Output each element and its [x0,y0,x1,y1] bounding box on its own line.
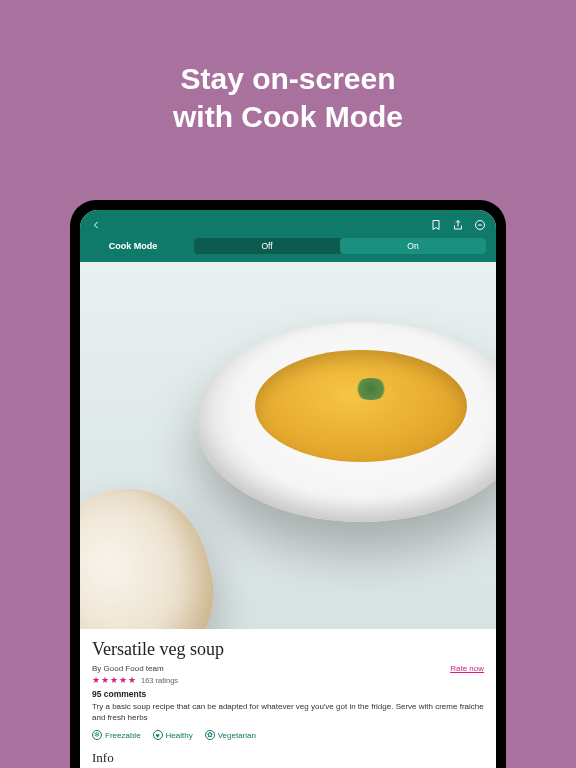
recipe-hero-image [80,262,496,629]
app-screen: Cook Mode Off On Versatile veg soup By G… [80,210,496,768]
rating-row[interactable]: ★★★★★ 163 ratings [92,675,484,685]
bookmark-icon[interactable] [430,217,442,229]
comments-link[interactable]: 95 comments [92,689,484,699]
tag-freezable: ❄ Freezable [92,730,141,740]
recipe-card: Versatile veg soup By Good Food team Rat… [80,629,496,768]
toggle-off[interactable]: Off [194,238,340,254]
healthy-icon: ♥ [153,730,163,740]
toggle-on[interactable]: On [340,238,486,254]
recipe-tags: ❄ Freezable ♥ Healthy ✿ Vegetarian [92,730,484,740]
back-icon[interactable] [90,217,102,229]
recipe-byline: By Good Food team [92,664,164,673]
top-toolbar [80,210,496,236]
rating-count: 163 ratings [141,676,178,685]
cook-mode-toggle[interactable]: Off On [194,238,486,254]
info-heading: Info [92,750,484,766]
vegetarian-icon: ✿ [205,730,215,740]
star-icons: ★★★★★ [92,675,137,685]
tablet-frame: Cook Mode Off On Versatile veg soup By G… [70,200,506,768]
cook-mode-label: Cook Mode [90,241,176,251]
tag-vegetarian: ✿ Vegetarian [205,730,256,740]
share-icon[interactable] [452,217,464,229]
tag-healthy: ♥ Healthy [153,730,193,740]
headline-line2: with Cook Mode [0,98,576,136]
recipe-description: Try a basic soup recipe that can be adap… [92,702,484,724]
rate-now-link[interactable]: Rate now [450,664,484,673]
menu-icon[interactable] [474,217,486,229]
soup-bowl-graphic [196,322,496,522]
freezable-icon: ❄ [92,730,102,740]
recipe-title: Versatile veg soup [92,639,484,660]
headline-line1: Stay on-screen [0,60,576,98]
promo-headline: Stay on-screen with Cook Mode [0,0,576,135]
cook-mode-bar: Cook Mode Off On [80,236,496,262]
